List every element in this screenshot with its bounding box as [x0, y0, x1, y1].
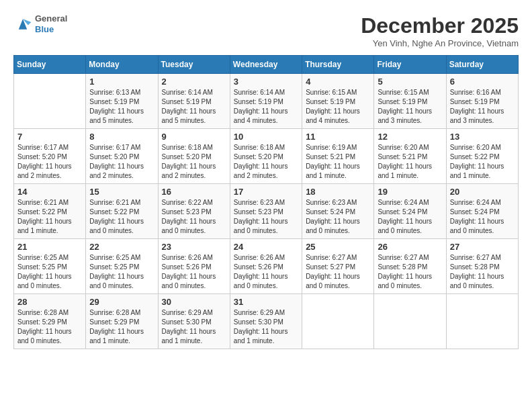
- calendar-cell: 14Sunrise: 6:21 AM Sunset: 5:22 PM Dayli…: [14, 184, 86, 239]
- day-number: 31: [234, 297, 298, 307]
- day-info: Sunrise: 6:18 AM Sunset: 5:20 PM Dayligh…: [234, 143, 298, 181]
- calendar-cell: 22Sunrise: 6:25 AM Sunset: 5:25 PM Dayli…: [86, 239, 158, 294]
- calendar-cell: 23Sunrise: 6:26 AM Sunset: 5:26 PM Dayli…: [158, 239, 230, 294]
- day-info: Sunrise: 6:15 AM Sunset: 5:19 PM Dayligh…: [378, 88, 442, 126]
- day-number: 6: [450, 77, 515, 87]
- calendar-cell: 28Sunrise: 6:28 AM Sunset: 5:29 PM Dayli…: [14, 294, 86, 349]
- day-info: Sunrise: 6:19 AM Sunset: 5:21 PM Dayligh…: [306, 143, 370, 181]
- day-info: Sunrise: 6:14 AM Sunset: 5:19 PM Dayligh…: [162, 88, 226, 126]
- calendar-body: 1Sunrise: 6:13 AM Sunset: 5:19 PM Daylig…: [14, 74, 519, 349]
- page-header: General Blue December 2025 Yen Vinh, Ngh…: [13, 13, 519, 48]
- month-title: December 2025: [361, 13, 519, 38]
- day-number: 9: [162, 132, 226, 142]
- day-number: 14: [17, 187, 82, 197]
- day-info: Sunrise: 6:28 AM Sunset: 5:29 PM Dayligh…: [17, 308, 82, 346]
- day-number: 4: [306, 77, 370, 87]
- calendar-cell: 20Sunrise: 6:24 AM Sunset: 5:24 PM Dayli…: [446, 184, 518, 239]
- day-number: 15: [89, 187, 154, 197]
- calendar-cell: 10Sunrise: 6:18 AM Sunset: 5:20 PM Dayli…: [230, 129, 302, 184]
- day-info: Sunrise: 6:13 AM Sunset: 5:19 PM Dayligh…: [89, 88, 154, 126]
- calendar-cell: 26Sunrise: 6:27 AM Sunset: 5:28 PM Dayli…: [374, 239, 446, 294]
- day-number: 3: [234, 77, 298, 87]
- day-number: 17: [234, 187, 298, 197]
- day-info: Sunrise: 6:26 AM Sunset: 5:26 PM Dayligh…: [162, 253, 226, 291]
- calendar-cell: 11Sunrise: 6:19 AM Sunset: 5:21 PM Dayli…: [302, 129, 374, 184]
- day-number: 29: [89, 297, 154, 307]
- day-number: 27: [450, 242, 515, 252]
- day-info: Sunrise: 6:24 AM Sunset: 5:24 PM Dayligh…: [450, 198, 515, 236]
- day-number: 13: [450, 132, 515, 142]
- weekday-header-cell: Sunday: [14, 56, 86, 74]
- day-info: Sunrise: 6:21 AM Sunset: 5:22 PM Dayligh…: [89, 198, 154, 236]
- weekday-header-cell: Wednesday: [230, 56, 302, 74]
- calendar-week-row: 28Sunrise: 6:28 AM Sunset: 5:29 PM Dayli…: [14, 294, 519, 349]
- calendar-cell: [374, 294, 446, 349]
- day-info: Sunrise: 6:20 AM Sunset: 5:21 PM Dayligh…: [378, 143, 442, 181]
- calendar-cell: 12Sunrise: 6:20 AM Sunset: 5:21 PM Dayli…: [374, 129, 446, 184]
- weekday-header-cell: Tuesday: [158, 56, 230, 74]
- weekday-header-row: SundayMondayTuesdayWednesdayThursdayFrid…: [14, 56, 519, 74]
- day-number: 30: [162, 297, 226, 307]
- calendar-cell: 4Sunrise: 6:15 AM Sunset: 5:19 PM Daylig…: [302, 74, 374, 129]
- calendar-cell: [14, 74, 86, 129]
- day-info: Sunrise: 6:25 AM Sunset: 5:25 PM Dayligh…: [89, 253, 154, 291]
- day-number: 19: [378, 187, 442, 197]
- calendar-cell: 31Sunrise: 6:29 AM Sunset: 5:30 PM Dayli…: [230, 294, 302, 349]
- weekday-header-cell: Thursday: [302, 56, 374, 74]
- calendar-table: SundayMondayTuesdayWednesdayThursdayFrid…: [13, 55, 519, 349]
- calendar-cell: 1Sunrise: 6:13 AM Sunset: 5:19 PM Daylig…: [86, 74, 158, 129]
- calendar-cell: [446, 294, 518, 349]
- logo: General Blue: [13, 13, 67, 34]
- calendar-cell: 13Sunrise: 6:20 AM Sunset: 5:22 PM Dayli…: [446, 129, 518, 184]
- calendar-week-row: 21Sunrise: 6:25 AM Sunset: 5:25 PM Dayli…: [14, 239, 519, 294]
- day-info: Sunrise: 6:18 AM Sunset: 5:20 PM Dayligh…: [162, 143, 226, 181]
- day-info: Sunrise: 6:21 AM Sunset: 5:22 PM Dayligh…: [17, 198, 82, 236]
- calendar-cell: 21Sunrise: 6:25 AM Sunset: 5:25 PM Dayli…: [14, 239, 86, 294]
- calendar-cell: 30Sunrise: 6:29 AM Sunset: 5:30 PM Dayli…: [158, 294, 230, 349]
- day-number: 28: [17, 297, 82, 307]
- day-info: Sunrise: 6:29 AM Sunset: 5:30 PM Dayligh…: [162, 308, 226, 346]
- day-info: Sunrise: 6:27 AM Sunset: 5:28 PM Dayligh…: [378, 253, 442, 291]
- day-info: Sunrise: 6:25 AM Sunset: 5:25 PM Dayligh…: [17, 253, 82, 291]
- day-info: Sunrise: 6:15 AM Sunset: 5:19 PM Dayligh…: [306, 88, 370, 126]
- calendar-cell: 27Sunrise: 6:27 AM Sunset: 5:28 PM Dayli…: [446, 239, 518, 294]
- day-info: Sunrise: 6:20 AM Sunset: 5:22 PM Dayligh…: [450, 143, 515, 181]
- calendar-cell: 8Sunrise: 6:17 AM Sunset: 5:20 PM Daylig…: [86, 129, 158, 184]
- title-section: December 2025 Yen Vinh, Nghe An Province…: [361, 13, 519, 48]
- calendar-cell: 24Sunrise: 6:26 AM Sunset: 5:26 PM Dayli…: [230, 239, 302, 294]
- day-number: 5: [378, 77, 442, 87]
- day-number: 25: [306, 242, 370, 252]
- logo-general: General: [35, 13, 67, 24]
- calendar-cell: 2Sunrise: 6:14 AM Sunset: 5:19 PM Daylig…: [158, 74, 230, 129]
- day-number: 18: [306, 187, 370, 197]
- day-number: 20: [450, 187, 515, 197]
- logo-blue: Blue: [35, 24, 67, 35]
- calendar-week-row: 7Sunrise: 6:17 AM Sunset: 5:20 PM Daylig…: [14, 129, 519, 184]
- calendar-cell: [302, 294, 374, 349]
- calendar-cell: 15Sunrise: 6:21 AM Sunset: 5:22 PM Dayli…: [86, 184, 158, 239]
- calendar-cell: 17Sunrise: 6:23 AM Sunset: 5:23 PM Dayli…: [230, 184, 302, 239]
- day-info: Sunrise: 6:16 AM Sunset: 5:19 PM Dayligh…: [450, 88, 515, 126]
- day-number: 12: [378, 132, 442, 142]
- day-info: Sunrise: 6:27 AM Sunset: 5:28 PM Dayligh…: [450, 253, 515, 291]
- calendar-cell: 29Sunrise: 6:28 AM Sunset: 5:29 PM Dayli…: [86, 294, 158, 349]
- day-info: Sunrise: 6:26 AM Sunset: 5:26 PM Dayligh…: [234, 253, 298, 291]
- day-info: Sunrise: 6:29 AM Sunset: 5:30 PM Dayligh…: [234, 308, 298, 346]
- day-number: 16: [162, 187, 226, 197]
- weekday-header-cell: Saturday: [446, 56, 518, 74]
- weekday-header-cell: Monday: [86, 56, 158, 74]
- weekday-header-cell: Friday: [374, 56, 446, 74]
- day-number: 22: [89, 242, 154, 252]
- calendar-cell: 25Sunrise: 6:27 AM Sunset: 5:27 PM Dayli…: [302, 239, 374, 294]
- day-number: 21: [17, 242, 82, 252]
- calendar-week-row: 14Sunrise: 6:21 AM Sunset: 5:22 PM Dayli…: [14, 184, 519, 239]
- day-number: 11: [306, 132, 370, 142]
- day-info: Sunrise: 6:28 AM Sunset: 5:29 PM Dayligh…: [89, 308, 154, 346]
- calendar-cell: 9Sunrise: 6:18 AM Sunset: 5:20 PM Daylig…: [158, 129, 230, 184]
- day-info: Sunrise: 6:17 AM Sunset: 5:20 PM Dayligh…: [89, 143, 154, 181]
- calendar-week-row: 1Sunrise: 6:13 AM Sunset: 5:19 PM Daylig…: [14, 74, 519, 129]
- day-number: 8: [89, 132, 154, 142]
- day-info: Sunrise: 6:23 AM Sunset: 5:23 PM Dayligh…: [234, 198, 298, 236]
- location-subtitle: Yen Vinh, Nghe An Province, Vietnam: [361, 38, 519, 48]
- calendar-cell: 7Sunrise: 6:17 AM Sunset: 5:20 PM Daylig…: [14, 129, 86, 184]
